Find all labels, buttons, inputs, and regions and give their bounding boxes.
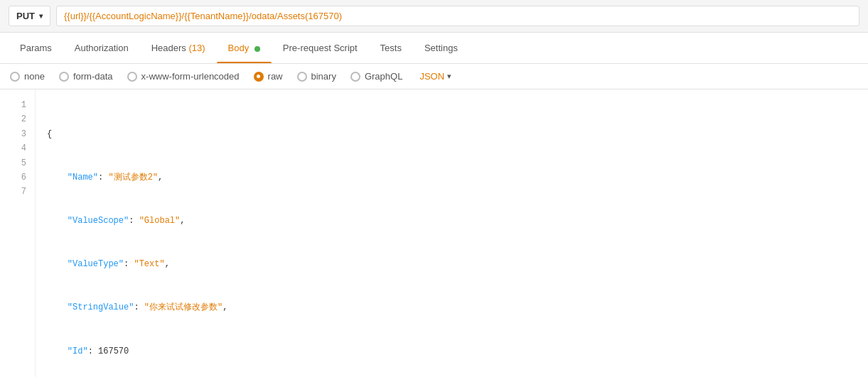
request-tabs: Params Authorization Headers (13) Body P… (0, 33, 868, 64)
url-bar: PUT ▾ (0, 0, 868, 33)
body-dot (254, 46, 260, 52)
code-line-3: "ValueScope": "Global", (47, 214, 857, 228)
radio-form-data-circle (59, 72, 69, 82)
tab-tests[interactable]: Tests (369, 33, 413, 63)
line-num-7: 7 (0, 185, 35, 199)
radio-graphql-circle (350, 72, 360, 82)
line-num-3: 3 (0, 127, 35, 141)
code-line-1: { (47, 127, 857, 141)
tab-pre-request[interactable]: Pre-request Script (272, 33, 369, 63)
code-body[interactable]: { "Name": "测试参数2", "ValueScope": "Global… (36, 89, 868, 377)
line-numbers: 1 2 3 4 5 6 7 (0, 89, 36, 377)
tab-params[interactable]: Params (9, 33, 63, 63)
line-num-6: 6 (0, 170, 35, 185)
code-line-6: "Id": 167570 (47, 344, 857, 359)
radio-none-circle (10, 72, 20, 82)
body-type-row: none form-data x-www-form-urlencoded raw… (0, 64, 868, 89)
method-label: PUT (16, 11, 35, 21)
line-num-5: 5 (0, 156, 35, 170)
json-format-dropdown[interactable]: JSON ▾ (419, 71, 451, 82)
radio-raw[interactable]: raw (254, 71, 283, 82)
radio-raw-circle (254, 72, 264, 82)
radio-x-www[interactable]: x-www-form-urlencoded (127, 71, 240, 82)
method-select[interactable]: PUT ▾ (9, 6, 50, 26)
code-editor[interactable]: 1 2 3 4 5 6 7 { "Name": "测试参数2", "ValueS… (0, 89, 868, 377)
json-format-label: JSON (419, 71, 444, 82)
url-input[interactable] (56, 6, 859, 26)
tab-body[interactable]: Body (217, 33, 272, 63)
json-dropdown-chevron-icon: ▾ (447, 72, 451, 81)
tab-settings[interactable]: Settings (413, 33, 469, 63)
radio-none[interactable]: none (10, 71, 45, 82)
code-line-2: "Name": "测试参数2", (47, 170, 857, 185)
headers-badge: (13) (188, 43, 205, 53)
line-num-2: 2 (0, 112, 35, 126)
line-num-4: 4 (0, 141, 35, 155)
radio-form-data[interactable]: form-data (59, 71, 113, 82)
code-line-4: "ValueType": "Text", (47, 257, 857, 271)
tab-headers[interactable]: Headers (13) (140, 33, 217, 63)
tab-authorization[interactable]: Authorization (63, 33, 140, 63)
radio-graphql[interactable]: GraphQL (350, 71, 402, 82)
radio-binary[interactable]: binary (297, 71, 336, 82)
radio-x-www-circle (127, 72, 137, 82)
line-num-1: 1 (0, 98, 35, 112)
radio-binary-circle (297, 72, 307, 82)
method-chevron-icon: ▾ (39, 12, 43, 20)
code-line-5: "StringValue": "你来试试修改参数", (47, 300, 857, 315)
